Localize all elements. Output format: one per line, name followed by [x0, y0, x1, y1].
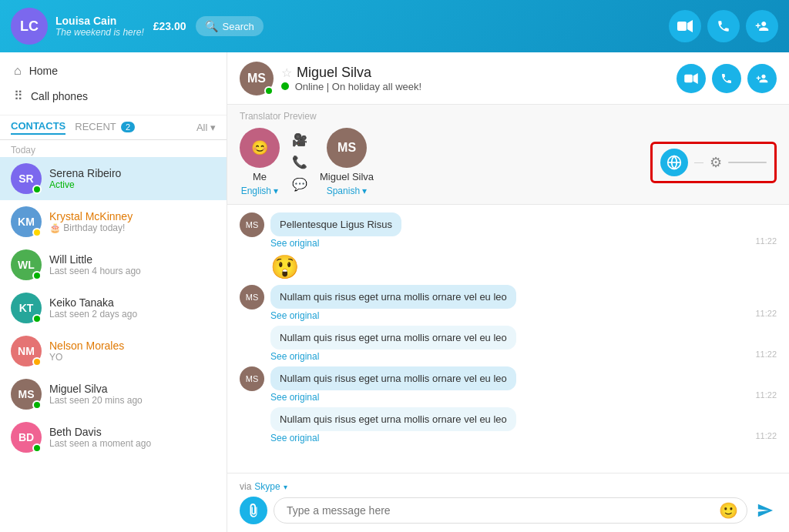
contact-sub-krystal: 🎂 Birthday today!: [49, 223, 216, 233]
translator-other-language[interactable]: Spanish ▾: [327, 186, 368, 196]
svg-rect-0: [677, 22, 687, 31]
header-action-buttons: [669, 10, 778, 42]
translator-globe-button[interactable]: [660, 149, 688, 176]
search-bar[interactable]: 🔍 Search: [196, 16, 264, 36]
contact-name-serena: Serena Ribeiro: [49, 167, 216, 179]
status-dot-krystal: [32, 228, 42, 237]
today-label: Today: [0, 140, 227, 157]
skype-link[interactable]: Skype: [254, 481, 280, 492]
chat-messages: MS Pellentesque Ligus Risus See original…: [227, 205, 789, 473]
avatar-keiko: KT: [11, 293, 42, 323]
contact-item-keiko[interactable]: KT Keiko Tanaka Last seen 2 days ago: [0, 286, 227, 330]
message-input[interactable]: [274, 497, 747, 524]
chat-add-contact-button[interactable]: [747, 64, 777, 93]
status-dot-keiko: [32, 314, 42, 323]
translator-other: MS Miguel Silva Spanish ▾: [320, 128, 374, 196]
sidebar-item-home[interactable]: ⌂ Home: [11, 59, 216, 83]
contact-info-serena: Serena Ribeiro Active: [49, 167, 216, 190]
sidebar-item-call-phones[interactable]: ⠿ Call phones: [11, 83, 216, 109]
skype-dropdown-arrow[interactable]: ▾: [284, 483, 287, 491]
message-6: Nullam quis risus eget urna mollis ornar…: [240, 407, 777, 443]
contact-name-beth: Beth Davis: [49, 426, 216, 438]
separator-line: —: [694, 157, 703, 168]
emoji-picker-button[interactable]: 🙂: [719, 501, 738, 520]
msg-text-1: Pellentesque Ligus Risus: [270, 212, 401, 236]
input-wrapper: 🙂: [274, 497, 747, 524]
contact-info-nelson: Nelson Morales YO: [49, 340, 216, 363]
msg-bubble-1: Pellentesque Ligus Risus See original: [270, 212, 401, 249]
tab-recent[interactable]: RECENT 2: [75, 121, 135, 134]
msg-time-4: 11:22: [755, 350, 777, 362]
contact-item-nelson[interactable]: NM Nelson Morales YO: [0, 330, 227, 373]
translator-me-language[interactable]: English ▾: [241, 186, 279, 196]
msg-bubble-6: Nullam quis risus eget urna mollis ornar…: [270, 407, 516, 443]
msg-bubble-3: Nullam quis risus eget urna mollis ornar…: [270, 285, 516, 321]
message-5: MS Nullam quis risus eget urna mollis or…: [240, 366, 777, 403]
contact-item-beth[interactable]: BD Beth Davis Last seen a moment ago: [0, 416, 227, 459]
contact-sub-miguel: Last seen 20 mins ago: [49, 395, 216, 406]
see-original-6[interactable]: See original: [270, 433, 516, 443]
contact-item-serena[interactable]: SR Serena Ribeiro Active: [0, 157, 227, 200]
search-placeholder: Search: [223, 21, 254, 32]
msg-bubble-5: Nullam quis risus eget urna mollis ornar…: [270, 366, 516, 403]
see-original-3[interactable]: See original: [270, 310, 516, 321]
attach-button[interactable]: [240, 497, 267, 524]
msg-avatar-3: MS: [240, 285, 264, 309]
header-user-status: The weekend is here!: [55, 27, 144, 38]
contact-info-will: Will Little Last seen 4 hours ago: [49, 253, 216, 276]
msg-bubble-4: Nullam quis risus eget urna mollis ornar…: [270, 326, 516, 362]
avatar-will: WL: [11, 249, 42, 280]
tab-all-filter[interactable]: All ▾: [196, 122, 216, 133]
phone-icon-small: 📞: [292, 155, 307, 169]
chat-input-row: 🙂: [240, 497, 777, 524]
message-emoji: 😲: [240, 253, 777, 280]
see-original-1[interactable]: See original: [270, 238, 401, 249]
status-dot-serena: [32, 185, 42, 194]
chat-bubble-icon: 💬: [292, 177, 307, 192]
contact-sub-serena: Active: [49, 179, 216, 190]
chat-header: MS ☆ Miguel Silva Online | On holiday al…: [227, 52, 789, 105]
contact-item-miguel[interactable]: MS Miguel Silva Last seen 20 mins ago: [0, 373, 227, 416]
message-1: MS Pellentesque Ligus Risus See original…: [240, 212, 777, 249]
msg-text-6: Nullam quis risus eget urna mollis ornar…: [270, 407, 516, 431]
see-original-5[interactable]: See original: [270, 392, 516, 403]
tab-contacts[interactable]: CONTACTS: [11, 120, 65, 135]
contact-info-keiko: Keiko Tanaka Last seen 2 days ago: [49, 296, 216, 320]
sidebar-tabs: CONTACTS RECENT 2 All ▾: [0, 115, 227, 140]
msg-time-6: 11:22: [755, 431, 777, 443]
translator-other-name: Miguel Silva: [320, 171, 374, 182]
avatar-krystal: KM: [11, 206, 42, 237]
message-4: Nullam quis risus eget urna mollis ornar…: [240, 326, 777, 362]
status-dot-miguel: [32, 400, 42, 410]
contact-name-krystal: Krystal McKinney: [49, 210, 216, 223]
translator-other-avatar: MS: [327, 128, 367, 168]
msg-text-5: Nullam quis risus eget urna mollis ornar…: [270, 366, 516, 390]
emoji-shocked: 😲: [270, 251, 299, 283]
send-button[interactable]: [754, 499, 777, 522]
star-icon[interactable]: ☆: [281, 65, 292, 80]
translator-settings-button[interactable]: ⚙: [710, 154, 722, 171]
call-button[interactable]: [707, 10, 740, 42]
chat-call-button[interactable]: [712, 64, 741, 93]
avatar-miguel: MS: [11, 379, 42, 410]
translator-me: 😊 Me English ▾: [240, 128, 280, 196]
sidebar-item-call-phones-label: Call phones: [31, 90, 88, 102]
contact-info-miguel: Miguel Silva Last seen 20 mins ago: [49, 383, 216, 406]
see-original-4[interactable]: See original: [270, 351, 516, 362]
chat-video-button[interactable]: [677, 64, 706, 93]
contact-item-will[interactable]: WL Will Little Last seen 4 hours ago: [0, 243, 227, 286]
contact-item-krystal[interactable]: KM Krystal McKinney 🎂 Birthday today!: [0, 200, 227, 243]
chat-status-dot: [264, 86, 274, 95]
contact-list: Today SR Serena Ribeiro Active KM Krysta…: [0, 140, 227, 532]
contact-sub-will: Last seen 4 hours ago: [49, 266, 216, 276]
video-call-button[interactable]: [669, 10, 701, 42]
add-contact-button[interactable]: [746, 10, 778, 42]
search-icon: 🔍: [205, 20, 218, 32]
contact-info-beth: Beth Davis Last seen a moment ago: [49, 426, 216, 449]
msg-text-3: Nullam quis risus eget urna mollis ornar…: [270, 285, 516, 309]
msg-avatar-1: MS: [240, 212, 264, 237]
sidebar-navigation: ⌂ Home ⠿ Call phones: [0, 52, 227, 115]
svg-marker-1: [687, 20, 693, 32]
translator-participants: 😊 Me English ▾ 🎥 📞 💬 MS Miguel Silva: [240, 128, 777, 196]
status-dot-will: [32, 271, 42, 280]
